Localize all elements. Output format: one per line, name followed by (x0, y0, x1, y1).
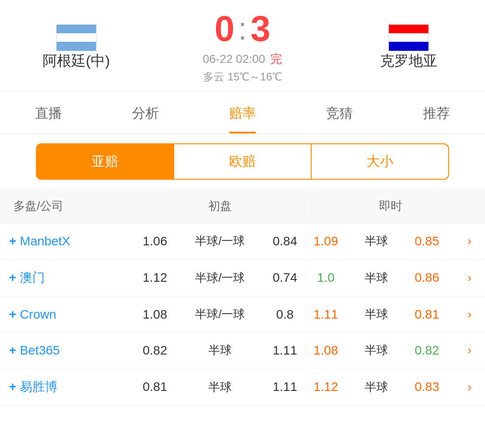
table-row[interactable]: + Bet365 0.82 半球 1.11 1.08 半球 0.82 › (0, 333, 485, 368)
init-handicap-val: 半球/一球 (195, 306, 245, 322)
initial-cells: 0.82 半球 1.11 (135, 342, 305, 358)
detail-arrow-icon[interactable]: › (467, 271, 472, 285)
sub-tab-size[interactable]: 大小 (311, 143, 449, 180)
init-home-val: 1.08 (139, 307, 171, 322)
table-row[interactable]: + 澳门 1.12 半球/一球 0.74 1.0 半球 0.86 › (0, 259, 485, 297)
match-header: 阿根廷(中) 0 : 3 06-22 02:00 完 多云 15℃～16℃ 克罗… (0, 0, 485, 92)
initial-cells: 1.08 半球/一球 0.8 (135, 306, 305, 322)
init-away-val: 1.11 (269, 380, 301, 394)
rt-home-val: 1.11 (310, 307, 342, 322)
match-info: 06-22 02:00 完 (203, 51, 282, 67)
detail-arrow-icon[interactable]: › (467, 380, 472, 394)
detail-arrow-icon[interactable]: › (467, 307, 472, 321)
rt-handicap-val: 半球 (365, 379, 388, 395)
rt-handicap-val: 半球 (365, 233, 388, 249)
tab-live[interactable]: 直播 (0, 92, 97, 133)
init-handicap-val: 半球 (208, 379, 232, 395)
init-away-val: 0.84 (269, 234, 300, 248)
score-center: 0 : 3 06-22 02:00 完 多云 15℃～16℃ (126, 11, 359, 84)
weather-info: 多云 15℃～16℃ (203, 70, 282, 84)
expand-icon[interactable]: + (9, 343, 16, 358)
company-name: ManbetX (20, 234, 70, 248)
score-colon: : (238, 13, 247, 44)
init-handicap-val: 半球/一球 (195, 270, 245, 286)
team-away-name: 克罗地亚 (380, 51, 437, 71)
company-name: Bet365 (20, 343, 60, 358)
col-initial-header: 初盘 (135, 198, 305, 214)
init-handicap-val: 半球 (208, 342, 232, 358)
nav-tabs: 直播 分析 赔率 竞猜 推荐 (0, 92, 485, 134)
init-home-val: 0.82 (139, 343, 171, 358)
init-away-val: 0.74 (269, 271, 300, 285)
rt-away-val: 0.86 (411, 271, 443, 285)
company-cell: + Bet365 (9, 343, 135, 358)
company-cell: + Crown (9, 307, 135, 322)
team-home: 阿根廷(中) (27, 24, 126, 71)
col-company-header: 多盘/公司 (9, 198, 135, 214)
initial-cells: 1.06 半球/一球 0.84 (135, 233, 305, 249)
rt-home-val: 1.08 (310, 343, 342, 358)
table-body: + ManbetX 1.06 半球/一球 0.84 1.09 半球 0.85 ›… (0, 223, 485, 406)
init-away-val: 0.8 (269, 307, 300, 322)
rt-handicap-val: 半球 (365, 306, 388, 322)
rt-away-val: 0.83 (411, 380, 443, 394)
score-line: 0 : 3 (215, 11, 270, 47)
sub-tab-europe[interactable]: 欧赔 (174, 143, 311, 180)
rt-home-val: 1.12 (310, 380, 342, 394)
match-date: 06-22 02:00 (203, 52, 265, 66)
realtime-cells: 1.12 半球 0.83 › (305, 379, 476, 395)
match-status: 完 (270, 51, 282, 67)
company-name: Crown (20, 307, 56, 322)
realtime-cells: 1.08 半球 0.82 › (305, 342, 476, 358)
expand-icon[interactable]: + (9, 271, 16, 285)
flag-croatia (388, 24, 429, 51)
score-away: 3 (251, 11, 271, 47)
initial-cells: 1.12 半球/一球 0.74 (135, 270, 305, 286)
company-cell: + ManbetX (9, 234, 135, 248)
realtime-cells: 1.11 半球 0.81 › (305, 306, 476, 322)
init-home-val: 1.06 (139, 234, 171, 248)
realtime-cells: 1.0 半球 0.86 › (305, 270, 476, 286)
company-cell: + 澳门 (9, 269, 135, 286)
table-header: 多盘/公司 初盘 即时 (0, 189, 485, 223)
init-handicap-val: 半球/一球 (195, 233, 245, 249)
tab-odds[interactable]: 赔率 (194, 92, 291, 133)
col-realtime-header: 即时 (305, 198, 476, 214)
detail-arrow-icon[interactable]: › (467, 234, 472, 248)
company-name: 易胜博 (20, 378, 57, 395)
team-away: 克罗地亚 (359, 24, 458, 71)
table-row[interactable]: + ManbetX 1.06 半球/一球 0.84 1.09 半球 0.85 › (0, 223, 485, 259)
table-row[interactable]: + 易胜博 0.81 半球 1.11 1.12 半球 0.83 › (0, 368, 485, 406)
table-row[interactable]: + Crown 1.08 半球/一球 0.8 1.11 半球 0.81 › (0, 297, 485, 333)
rt-handicap-val: 半球 (365, 270, 388, 286)
tab-guess[interactable]: 竞猜 (291, 92, 388, 133)
init-home-val: 1.12 (139, 271, 171, 285)
init-home-val: 0.81 (139, 380, 171, 394)
rt-away-val: 0.82 (411, 343, 443, 358)
expand-icon[interactable]: + (9, 380, 16, 394)
init-away-val: 1.11 (269, 343, 301, 358)
score-home: 0 (215, 11, 235, 47)
rt-away-val: 0.85 (411, 234, 443, 248)
rt-home-val: 1.09 (310, 234, 342, 248)
rt-home-val: 1.0 (310, 271, 342, 285)
detail-arrow-icon[interactable]: › (467, 343, 472, 357)
team-home-name: 阿根廷(中) (43, 51, 110, 71)
initial-cells: 0.81 半球 1.11 (135, 379, 305, 395)
sub-tabs: 亚赔 欧赔 大小 (0, 134, 485, 189)
rt-away-val: 0.81 (411, 307, 443, 322)
realtime-cells: 1.09 半球 0.85 › (305, 233, 476, 249)
expand-icon[interactable]: + (9, 307, 16, 322)
rt-handicap-val: 半球 (365, 342, 388, 358)
company-name: 澳门 (20, 269, 45, 286)
tab-recommend[interactable]: 推荐 (388, 92, 485, 133)
expand-icon[interactable]: + (9, 234, 16, 248)
company-cell: + 易胜博 (9, 378, 135, 395)
flag-argentina (56, 24, 97, 51)
tab-analysis[interactable]: 分析 (97, 92, 194, 133)
sub-tab-asia[interactable]: 亚赔 (36, 143, 174, 180)
